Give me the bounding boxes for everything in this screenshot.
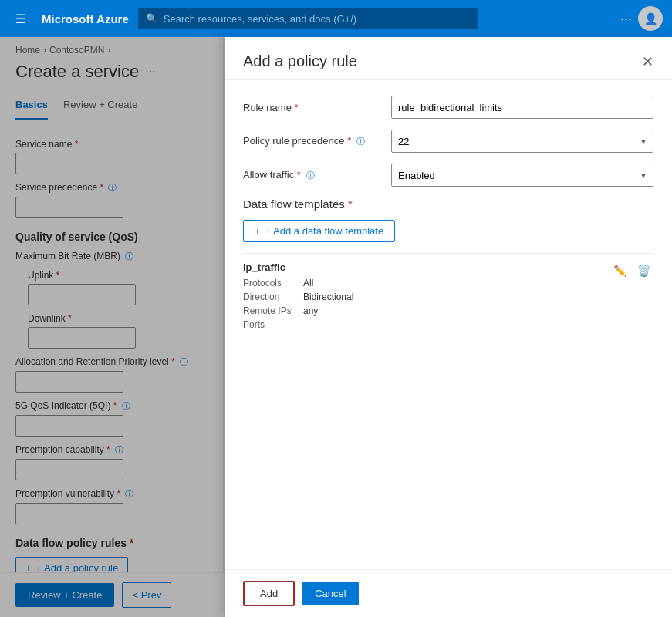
add-template-plus-icon: + bbox=[255, 225, 261, 237]
cancel-button[interactable]: Cancel bbox=[302, 582, 358, 605]
template-actions: ✏️ 🗑️ bbox=[610, 261, 653, 280]
allow-traffic-select[interactable]: Enabled Disabled bbox=[391, 164, 653, 187]
modal-body: Rule name * Policy rule precedence * ⓘ 2… bbox=[225, 80, 672, 569]
precedence-select-wrapper: 22 ▼ bbox=[391, 130, 653, 153]
rule-name-input[interactable] bbox=[391, 96, 653, 119]
data-flow-templates-section: Data flow templates * + + Add a data flo… bbox=[243, 197, 653, 338]
modal-header: Add a policy rule ✕ bbox=[225, 37, 672, 80]
top-navigation: ☰ Microsoft Azure 🔍 ··· 👤 bbox=[0, 0, 672, 37]
template-edit-button[interactable]: ✏️ bbox=[610, 261, 630, 280]
search-input[interactable] bbox=[164, 13, 470, 25]
template-delete-button[interactable]: 🗑️ bbox=[634, 261, 653, 280]
search-icon: 🔍 bbox=[146, 13, 157, 24]
template-item: ip_traffic Protocols All Direction Bidir… bbox=[243, 253, 653, 338]
template-name: ip_traffic bbox=[243, 261, 610, 273]
rule-name-row: Rule name * bbox=[243, 96, 653, 119]
template-info: ip_traffic Protocols All Direction Bidir… bbox=[243, 261, 610, 330]
nav-right: ··· 👤 bbox=[620, 6, 663, 31]
precedence-label: Policy rule precedence * ⓘ bbox=[243, 135, 382, 147]
rule-name-label: Rule name * bbox=[243, 102, 382, 113]
main-layout: Home › ContosoPMN › Create a service ···… bbox=[0, 37, 672, 617]
app-title: Microsoft Azure bbox=[42, 12, 129, 25]
template-remote-ips: Remote IPs any bbox=[243, 305, 610, 316]
precedence-info-icon[interactable]: ⓘ bbox=[356, 137, 365, 146]
precedence-select[interactable]: 22 bbox=[391, 130, 653, 153]
template-protocols: Protocols All bbox=[243, 278, 610, 288]
allow-traffic-info-icon[interactable]: ⓘ bbox=[306, 170, 315, 180]
template-direction: Direction Bidirectional bbox=[243, 292, 610, 302]
template-ports: Ports bbox=[243, 319, 610, 330]
modal-close-button[interactable]: ✕ bbox=[642, 53, 653, 70]
hamburger-menu-icon[interactable]: ☰ bbox=[9, 5, 32, 32]
allow-traffic-select-wrapper: Enabled Disabled ▼ bbox=[391, 164, 653, 187]
avatar[interactable]: 👤 bbox=[638, 6, 663, 31]
add-data-flow-template-button[interactable]: + + Add a data flow template bbox=[243, 220, 395, 242]
data-flow-templates-heading: Data flow templates * bbox=[243, 197, 653, 211]
add-button[interactable]: Add bbox=[243, 581, 295, 606]
precedence-row: Policy rule precedence * ⓘ 22 ▼ bbox=[243, 130, 653, 153]
allow-traffic-row: Allow traffic * ⓘ Enabled Disabled ▼ bbox=[243, 164, 653, 187]
modal-title: Add a policy rule bbox=[243, 52, 357, 70]
modal-footer: Add Cancel bbox=[225, 569, 672, 617]
more-options-icon[interactable]: ··· bbox=[620, 11, 632, 27]
add-policy-rule-modal: Add a policy rule ✕ Rule name * Policy r… bbox=[225, 37, 672, 617]
allow-traffic-label: Allow traffic * ⓘ bbox=[243, 169, 382, 181]
search-bar[interactable]: 🔍 bbox=[138, 8, 478, 29]
